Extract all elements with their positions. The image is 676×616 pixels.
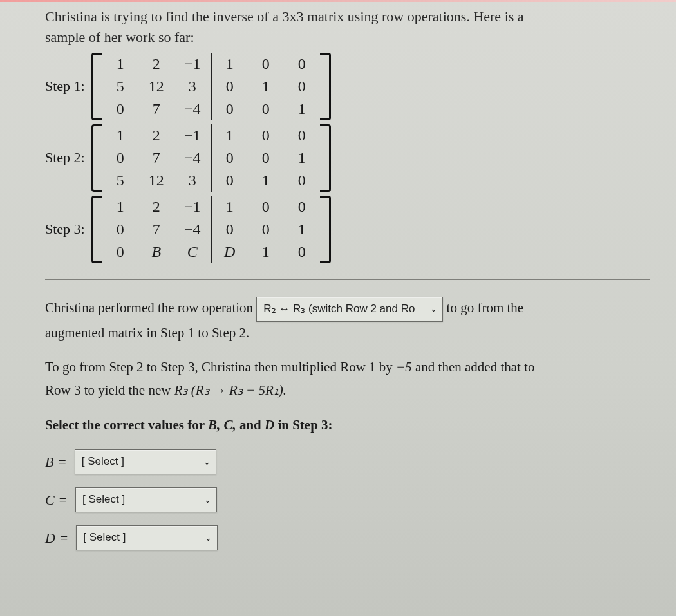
intro-line-2: sample of her work so far: — [45, 29, 194, 45]
q3-d: D — [265, 417, 274, 433]
question-block: Christina performed the row operation R₂… — [45, 297, 650, 550]
step-label: Step 2: — [45, 149, 85, 166]
matrix-cell: 0 — [248, 53, 284, 75]
matrix-cell: 0 — [248, 218, 284, 241]
question-2: To go from Step 2 to Step 3, Christina t… — [45, 356, 650, 402]
matrix-cell: 2 — [138, 196, 174, 218]
q1-text-b: to go from the — [447, 300, 524, 315]
matrix-cell: 0 — [102, 218, 138, 241]
matrix-cell: 0 — [284, 241, 320, 263]
matrix-cell: 0 — [102, 147, 138, 169]
steps-container: Step 1:12−1100512301007−4001Step 2:12−11… — [45, 53, 650, 263]
matrix: 12−110007−40015123010 — [91, 124, 331, 192]
step-label: Step 3: — [45, 221, 85, 238]
answer-select[interactable]: [ Select ]⌄ — [75, 487, 217, 512]
table-row: 12−1100 — [102, 124, 320, 147]
answer-row: D =[ Select ]⌄ — [45, 525, 650, 550]
matrix-cell: C — [174, 241, 211, 263]
table-row: 07−4001 — [102, 147, 320, 169]
matrix-cell: −4 — [174, 98, 211, 120]
answer-select-value: [ Select ] — [82, 455, 124, 467]
matrix-cell: −1 — [174, 196, 211, 218]
matrix-cell: 1 — [211, 196, 248, 218]
question-3: Select the correct values for B, C, and … — [45, 414, 650, 437]
chevron-down-icon: ⌄ — [204, 493, 211, 507]
matrix-cell: −4 — [174, 147, 211, 169]
matrix-cell: 1 — [248, 75, 284, 98]
matrix-cell: 0 — [284, 169, 320, 192]
answer-select-value: [ Select ] — [82, 493, 125, 505]
question-1: Christina performed the row operation R₂… — [45, 297, 650, 345]
matrix-cell: −4 — [174, 218, 211, 241]
answers-container: B =[ Select ]⌄C =[ Select ]⌄D =[ Select … — [45, 449, 650, 550]
table-row: 0BCD10 — [102, 241, 320, 263]
matrix-cell: 12 — [138, 75, 174, 98]
answer-var: B = — [45, 450, 67, 474]
bracket-right-icon — [320, 124, 331, 192]
matrix-cell: 3 — [174, 75, 211, 98]
matrix-cell: 1 — [211, 124, 248, 147]
matrix: 12−1100512301007−4001 — [91, 53, 331, 120]
table-row: 12−1100 — [102, 196, 320, 218]
table-row: 07−4001 — [102, 98, 320, 120]
bracket-right-icon — [320, 53, 331, 120]
matrix-cell: −1 — [174, 53, 211, 75]
matrix-cell: 3 — [174, 169, 211, 192]
q3-text: Select the correct values for — [45, 417, 208, 433]
matrix-cell: 2 — [138, 53, 174, 75]
matrix-cell: 0 — [211, 218, 248, 241]
answer-var: C = — [45, 488, 68, 512]
q3-vars: B, C, — [208, 417, 236, 433]
matrix-cell: 0 — [284, 124, 320, 147]
chevron-down-icon: ⌄ — [430, 302, 437, 316]
matrix-cell: 0 — [284, 53, 320, 75]
matrix-cell: D — [211, 241, 248, 263]
table-row: 5123010 — [102, 169, 320, 192]
matrix-table: 12−110007−40010BCD10 — [102, 196, 320, 263]
matrix-cell: 0 — [211, 169, 248, 192]
matrix-cell: 0 — [211, 75, 248, 98]
q2-paren: (R₃ → R₃ − 5R₁). — [187, 382, 286, 398]
matrix-cell: 0 — [248, 98, 284, 120]
answer-select[interactable]: [ Select ]⌄ — [76, 525, 218, 550]
step-row: Step 3:12−110007−40010BCD10 — [45, 196, 650, 263]
q3-and: and — [236, 417, 265, 433]
matrix-cell: 0 — [248, 124, 284, 147]
intro-text: Christina is trying to find the inverse … — [45, 6, 650, 48]
matrix-cell: B — [138, 241, 174, 263]
q1-text-c: augmented matrix in Step 1 to Step 2. — [45, 325, 249, 341]
q2-neg5: −5 — [396, 359, 412, 375]
matrix-cell: 0 — [248, 196, 284, 218]
bracket-right-icon — [320, 196, 331, 263]
row-operation-select[interactable]: R₂ ↔ R₃ (switch Row 2 and Ro ⌄ — [256, 297, 443, 322]
q2-r3: R₃ — [174, 382, 188, 398]
matrix-cell: 12 — [138, 169, 174, 192]
table-row: 07−4001 — [102, 218, 320, 241]
bracket-left-icon — [91, 196, 102, 263]
matrix-cell: 1 — [284, 98, 320, 120]
matrix-table: 12−1100512301007−4001 — [102, 53, 320, 120]
answer-select[interactable]: [ Select ]⌄ — [75, 449, 216, 474]
answer-row: C =[ Select ]⌄ — [45, 487, 650, 512]
matrix-cell: 5 — [102, 169, 138, 192]
q2-text-b: and then added that to — [412, 359, 535, 375]
bracket-left-icon — [91, 53, 102, 120]
divider — [45, 279, 650, 280]
matrix-cell: 2 — [138, 124, 174, 147]
step-row: Step 2:12−110007−40015123010 — [45, 124, 650, 192]
answer-var: D = — [45, 526, 68, 550]
chevron-down-icon: ⌄ — [205, 531, 212, 545]
matrix-cell: 0 — [248, 147, 284, 169]
answer-select-value: [ Select ] — [83, 531, 126, 543]
matrix-cell: 1 — [248, 169, 284, 192]
matrix-cell: 5 — [102, 75, 138, 98]
chevron-down-icon: ⌄ — [203, 455, 211, 469]
q2-text-a: To go from Step 2 to Step 3, Christina t… — [45, 359, 396, 375]
matrix-cell: 1 — [248, 241, 284, 263]
answer-row: B =[ Select ]⌄ — [45, 449, 650, 474]
intro-line-1: Christina is trying to find the inverse … — [45, 8, 524, 24]
row-operation-select-value: R₂ ↔ R₃ (switch Row 2 and Ro — [263, 303, 415, 315]
matrix-cell: 0 — [284, 196, 320, 218]
matrix-cell: 1 — [102, 124, 138, 147]
matrix: 12−110007−40010BCD10 — [91, 196, 331, 263]
